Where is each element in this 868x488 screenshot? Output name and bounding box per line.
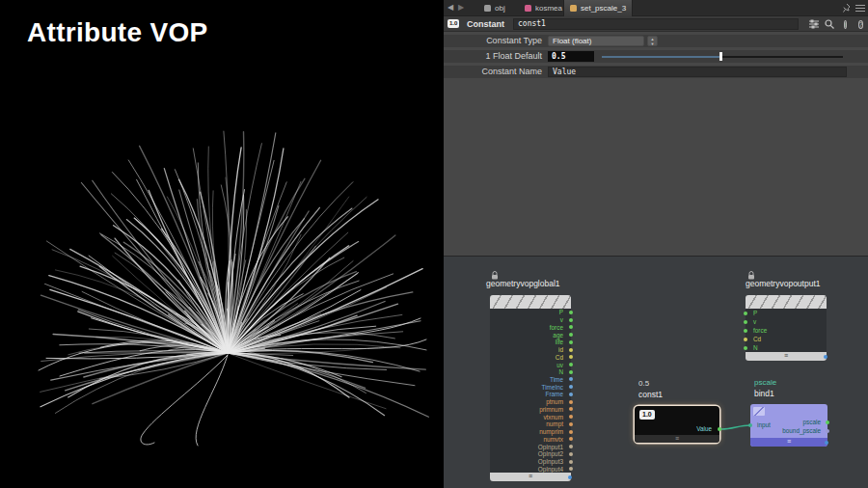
connector-Cd[interactable]: Cd xyxy=(746,335,827,343)
output-flag-dot[interactable] xyxy=(824,355,827,359)
connector-TimeInc[interactable]: TimeInc xyxy=(490,383,571,391)
connector-v[interactable]: v xyxy=(490,316,571,324)
connector-P[interactable]: P xyxy=(490,309,571,316)
connector-v[interactable]: v xyxy=(746,317,827,326)
connector-Cd[interactable]: Cd xyxy=(490,353,571,361)
constant-type-dropdown[interactable]: Float (float) xyxy=(548,36,644,46)
connector-uv[interactable]: uv xyxy=(490,361,571,368)
network-editor-canvas[interactable]: geometryvopglobal1 PvforceagelifeidCduvN… xyxy=(444,256,868,488)
connector-dot[interactable] xyxy=(569,415,573,419)
connector-dot[interactable] xyxy=(569,460,573,464)
float-slider[interactable] xyxy=(602,50,843,63)
node-geometryvopoutput1[interactable]: PvforceCdN ≡ xyxy=(746,295,827,361)
connector-primnum[interactable]: primnum xyxy=(490,406,571,414)
float-default-input[interactable]: 0.5 xyxy=(548,51,594,62)
forward-icon[interactable]: ▶ xyxy=(458,3,464,12)
node-header[interactable] xyxy=(746,295,827,309)
connector-dot[interactable] xyxy=(569,333,573,337)
search-icon[interactable] xyxy=(824,18,836,30)
connector-age[interactable]: age xyxy=(490,331,571,339)
connector-dot[interactable] xyxy=(569,422,573,426)
node-footer[interactable]: ≡ xyxy=(746,352,827,361)
path-bar: ◀ ▶ obj kosmea set_pscale_3 xyxy=(444,0,868,16)
node-name-field[interactable]: const1 xyxy=(513,18,799,30)
connector-dot[interactable] xyxy=(569,377,573,381)
connector-OpInput1[interactable]: OpInput1 xyxy=(490,443,571,450)
node-const1[interactable]: 1.0 Value ≡ xyxy=(635,406,719,443)
connector-dot[interactable] xyxy=(569,363,573,366)
dropdown-spinner-icon[interactable]: ▲▼ xyxy=(647,36,658,46)
node-title[interactable]: const1 xyxy=(638,390,663,399)
connector-label: Cd xyxy=(753,336,761,342)
connector-dot[interactable] xyxy=(569,348,573,352)
connector-dot[interactable] xyxy=(569,467,573,471)
node-footer[interactable]: ≡ xyxy=(490,473,571,481)
connector-dot[interactable] xyxy=(569,393,573,396)
connector-OpInput2[interactable]: OpInput2 xyxy=(490,450,571,458)
input-connector-list: PvforceCdN xyxy=(746,309,827,352)
houdini-pane: ◀ ▶ obj kosmea set_pscale_3 1.0 Constant xyxy=(444,0,868,488)
connector-id[interactable]: id xyxy=(490,346,571,354)
node-title[interactable]: bind1 xyxy=(754,389,774,398)
back-icon[interactable]: ◀ xyxy=(448,3,453,12)
connector-dot[interactable] xyxy=(569,370,573,374)
connector-dot[interactable] xyxy=(748,423,752,427)
connector-dot[interactable] xyxy=(569,407,573,411)
connector-dot[interactable] xyxy=(569,437,573,441)
connector-dot[interactable] xyxy=(569,452,573,456)
node-footer[interactable]: ≡ xyxy=(635,435,719,443)
output-flag-dot[interactable] xyxy=(568,475,572,479)
connector-dot[interactable] xyxy=(744,320,747,324)
connector-dot[interactable] xyxy=(569,400,573,404)
connector-OpInput3[interactable]: OpInput3 xyxy=(490,458,571,466)
connector-dot[interactable] xyxy=(569,385,573,389)
constant-name-input[interactable]: Value xyxy=(548,67,847,77)
breadcrumb-set-pscale[interactable]: set_pscale_3 xyxy=(563,0,633,16)
connector-dot[interactable] xyxy=(569,430,573,434)
connector-dot[interactable] xyxy=(569,340,573,344)
connector-ptnum[interactable]: ptnum xyxy=(490,398,571,406)
connector-dot[interactable] xyxy=(569,311,573,314)
connector-dot[interactable] xyxy=(569,445,573,448)
connector-dot[interactable] xyxy=(744,312,747,315)
connector-dot[interactable] xyxy=(744,329,747,333)
breadcrumb-obj[interactable]: obj xyxy=(478,0,511,16)
breadcrumb-kosmea[interactable]: kosmea xyxy=(519,0,568,16)
connector-dot[interactable] xyxy=(569,325,573,329)
connector-OpInput4[interactable]: OpInput4 xyxy=(490,465,571,473)
connector-Time[interactable]: Time xyxy=(490,376,571,384)
connector-P[interactable]: P xyxy=(746,309,827,317)
connector-force[interactable]: force xyxy=(746,326,827,335)
connector-numprim[interactable]: numprim xyxy=(490,428,571,436)
node-geometryvopglobal1[interactable]: PvforceagelifeidCduvNTimeTimeIncFrameptn… xyxy=(490,295,571,481)
connector-dot[interactable] xyxy=(744,346,747,350)
connector-Frame[interactable]: Frame xyxy=(490,391,571,398)
connector-N[interactable]: N xyxy=(746,343,827,352)
connector-dot[interactable] xyxy=(718,427,721,431)
info-icon[interactable]: i xyxy=(839,18,852,30)
connector-dot[interactable] xyxy=(569,318,573,322)
pin-icon[interactable] xyxy=(841,3,853,14)
connector-life[interactable]: life xyxy=(490,339,571,346)
connector-dot[interactable] xyxy=(826,429,829,433)
connector-force[interactable]: force xyxy=(490,323,571,331)
slider-handle[interactable] xyxy=(719,52,722,61)
node-header[interactable] xyxy=(490,295,571,309)
connector-numpt[interactable]: numpt xyxy=(490,420,571,428)
node-bind1[interactable]: input pscale bound_pscale ≡ xyxy=(750,404,827,447)
connector-dot[interactable] xyxy=(744,338,747,341)
output-flag-dot[interactable] xyxy=(825,441,828,445)
connector-N[interactable]: N xyxy=(490,368,571,376)
connector-label: v xyxy=(753,318,756,325)
connector-label: Time xyxy=(550,376,563,383)
connector-dot[interactable] xyxy=(569,355,573,359)
pane-menu-icon[interactable] xyxy=(854,3,866,14)
connector-vtxnum[interactable]: vtxnum xyxy=(490,413,571,420)
connector-dot[interactable] xyxy=(826,420,829,424)
help-icon[interactable]: ? xyxy=(854,18,867,30)
connector-numvtx[interactable]: numvtx xyxy=(490,435,571,443)
node-title[interactable]: geometryvopglobal1 xyxy=(486,279,560,288)
node-title[interactable]: geometryvopoutput1 xyxy=(746,279,821,288)
node-footer[interactable]: ≡ xyxy=(750,438,827,447)
sliders-icon[interactable] xyxy=(808,18,821,30)
